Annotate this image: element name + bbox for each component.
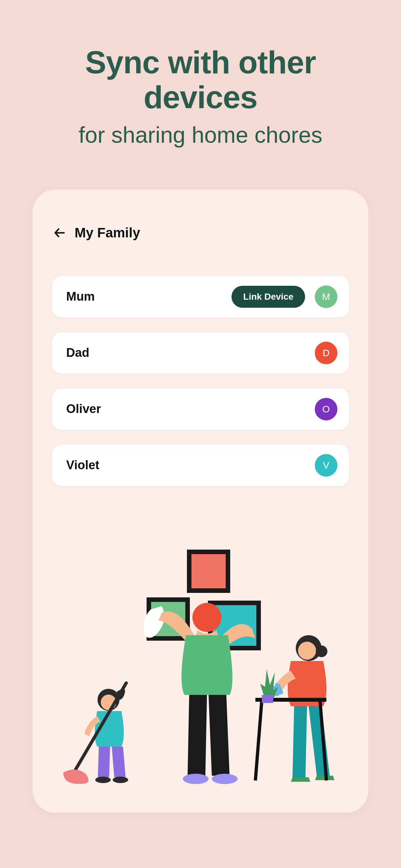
svg-point-9 — [316, 646, 328, 657]
family-illustration — [33, 548, 368, 794]
svg-point-18 — [113, 777, 128, 783]
subheadline: for sharing home chores — [79, 123, 322, 148]
member-row-right: Link DeviceM — [232, 285, 337, 308]
member-row-right: V — [315, 454, 337, 476]
member-row[interactable]: OliverO — [52, 389, 349, 430]
member-avatar: O — [315, 398, 337, 421]
member-row[interactable]: DadD — [52, 332, 349, 374]
member-list: MumLink DeviceMDadDOliverOVioletV — [52, 276, 349, 486]
svg-line-12 — [255, 700, 262, 780]
member-avatar: M — [315, 285, 337, 308]
member-name: Dad — [66, 346, 89, 360]
member-row-right: D — [315, 342, 337, 364]
member-row[interactable]: VioletV — [52, 445, 349, 486]
svg-point-6 — [212, 774, 238, 784]
svg-rect-10 — [275, 683, 278, 687]
card-header: My Family — [53, 225, 349, 241]
family-card: My Family MumLink DeviceMDadDOliverOViol… — [33, 190, 368, 813]
card-title: My Family — [74, 225, 140, 241]
member-name: Mum — [66, 290, 95, 304]
svg-point-4 — [192, 603, 221, 632]
svg-point-8 — [298, 642, 316, 660]
member-avatar: D — [315, 342, 337, 364]
member-avatar: V — [315, 454, 337, 476]
svg-point-17 — [95, 777, 111, 783]
link-device-button[interactable]: Link Device — [232, 286, 305, 308]
member-name: Violet — [66, 458, 99, 472]
svg-rect-14 — [262, 695, 273, 703]
svg-point-5 — [183, 774, 209, 784]
headline: Sync with other devices — [26, 45, 375, 115]
promo-screen: Sync with other devices for sharing home… — [0, 0, 401, 868]
back-arrow-icon[interactable] — [53, 226, 66, 239]
svg-rect-1 — [189, 552, 228, 591]
member-row-right: O — [315, 398, 337, 421]
member-name: Oliver — [66, 402, 101, 416]
member-row[interactable]: MumLink DeviceM — [52, 276, 349, 317]
